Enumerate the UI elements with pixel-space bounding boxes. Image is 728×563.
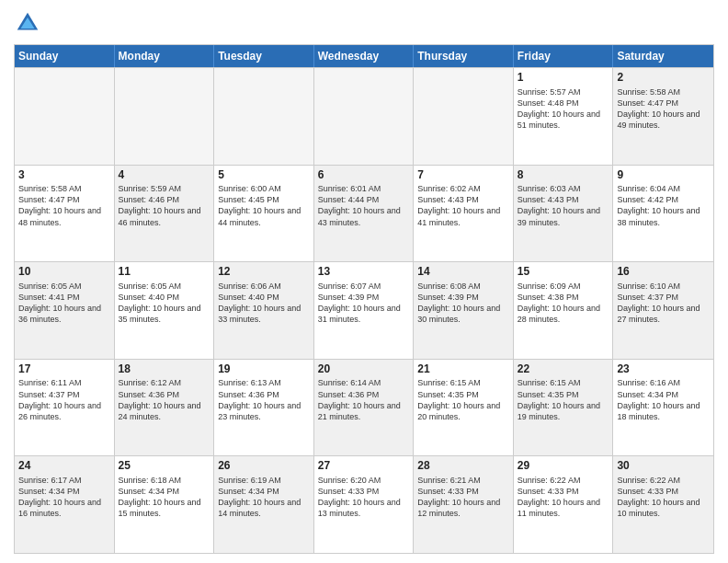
calendar-cell: [214, 68, 314, 165]
day-number: 25: [119, 459, 210, 474]
weekday-header: Friday: [514, 45, 614, 67]
day-number: 20: [318, 362, 410, 377]
day-info: Sunrise: 6:04 AM Sunset: 4:42 PM Dayligh…: [617, 183, 710, 228]
day-number: 21: [417, 362, 509, 377]
weekday-header: Sunday: [15, 45, 115, 67]
day-info: Sunrise: 6:21 AM Sunset: 4:33 PM Dayligh…: [417, 475, 509, 520]
day-info: Sunrise: 6:07 AM Sunset: 4:39 PM Dayligh…: [318, 281, 410, 326]
calendar-cell: 28Sunrise: 6:21 AM Sunset: 4:33 PM Dayli…: [414, 456, 514, 553]
day-info: Sunrise: 6:19 AM Sunset: 4:34 PM Dayligh…: [218, 475, 310, 520]
day-number: 10: [18, 265, 110, 280]
day-info: Sunrise: 6:12 AM Sunset: 4:36 PM Dayligh…: [119, 377, 210, 422]
calendar-cell: 16Sunrise: 6:10 AM Sunset: 4:37 PM Dayli…: [613, 262, 713, 359]
day-number: 27: [318, 459, 410, 474]
calendar-cell: 12Sunrise: 6:06 AM Sunset: 4:40 PM Dayli…: [214, 262, 314, 359]
day-info: Sunrise: 6:22 AM Sunset: 4:33 PM Dayligh…: [518, 475, 609, 520]
day-number: 14: [417, 265, 509, 280]
calendar-cell: [15, 68, 115, 165]
day-number: 1: [518, 71, 609, 86]
day-info: Sunrise: 6:10 AM Sunset: 4:37 PM Dayligh…: [617, 281, 710, 326]
day-number: 2: [617, 71, 710, 86]
calendar-cell: 5Sunrise: 6:00 AM Sunset: 4:45 PM Daylig…: [214, 166, 314, 262]
calendar-cell: 29Sunrise: 6:22 AM Sunset: 4:33 PM Dayli…: [514, 456, 614, 553]
day-info: Sunrise: 6:15 AM Sunset: 4:35 PM Dayligh…: [417, 377, 509, 422]
day-number: 7: [417, 168, 509, 183]
day-number: 5: [218, 168, 310, 183]
calendar-cell: 8Sunrise: 6:03 AM Sunset: 4:43 PM Daylig…: [514, 166, 614, 262]
calendar-cell: 11Sunrise: 6:05 AM Sunset: 4:40 PM Dayli…: [115, 262, 215, 359]
day-info: Sunrise: 6:05 AM Sunset: 4:41 PM Dayligh…: [18, 281, 110, 326]
day-number: 18: [119, 362, 210, 377]
calendar-cell: 14Sunrise: 6:08 AM Sunset: 4:39 PM Dayli…: [414, 262, 514, 359]
calendar-cell: 6Sunrise: 6:01 AM Sunset: 4:44 PM Daylig…: [314, 166, 415, 262]
day-number: 23: [617, 362, 710, 377]
day-number: 9: [617, 168, 710, 183]
day-number: 4: [119, 168, 210, 183]
calendar: SundayMondayTuesdayWednesdayThursdayFrid…: [14, 44, 714, 554]
calendar-cell: [314, 68, 415, 165]
day-info: Sunrise: 6:18 AM Sunset: 4:34 PM Dayligh…: [119, 475, 210, 520]
calendar-cell: 4Sunrise: 5:59 AM Sunset: 4:46 PM Daylig…: [115, 166, 215, 262]
calendar-cell: 26Sunrise: 6:19 AM Sunset: 4:34 PM Dayli…: [214, 456, 314, 553]
day-info: Sunrise: 6:09 AM Sunset: 4:38 PM Dayligh…: [518, 281, 609, 326]
day-number: 8: [518, 168, 609, 183]
calendar-cell: [414, 68, 514, 165]
day-info: Sunrise: 6:14 AM Sunset: 4:36 PM Dayligh…: [318, 377, 410, 422]
day-number: 17: [18, 362, 110, 377]
day-info: Sunrise: 5:59 AM Sunset: 4:46 PM Dayligh…: [119, 183, 210, 228]
calendar-body: 1Sunrise: 5:57 AM Sunset: 4:48 PM Daylig…: [15, 67, 713, 553]
day-info: Sunrise: 6:13 AM Sunset: 4:36 PM Dayligh…: [218, 377, 310, 422]
calendar-cell: 9Sunrise: 6:04 AM Sunset: 4:42 PM Daylig…: [613, 166, 713, 262]
day-number: 28: [417, 459, 509, 474]
weekday-header: Thursday: [414, 45, 514, 67]
calendar-cell: 1Sunrise: 5:57 AM Sunset: 4:48 PM Daylig…: [514, 68, 614, 165]
logo: [14, 9, 45, 37]
day-info: Sunrise: 6:11 AM Sunset: 4:37 PM Dayligh…: [18, 377, 110, 422]
day-info: Sunrise: 5:57 AM Sunset: 4:48 PM Dayligh…: [518, 86, 609, 132]
day-info: Sunrise: 6:06 AM Sunset: 4:40 PM Dayligh…: [218, 281, 310, 326]
day-number: 6: [318, 168, 410, 183]
day-info: Sunrise: 5:58 AM Sunset: 4:47 PM Dayligh…: [617, 86, 710, 132]
day-info: Sunrise: 6:03 AM Sunset: 4:43 PM Dayligh…: [518, 183, 609, 228]
calendar-cell: 20Sunrise: 6:14 AM Sunset: 4:36 PM Dayli…: [314, 360, 415, 456]
day-info: Sunrise: 6:01 AM Sunset: 4:44 PM Dayligh…: [318, 183, 410, 228]
day-number: 30: [617, 459, 710, 474]
day-number: 3: [18, 168, 110, 183]
day-info: Sunrise: 6:08 AM Sunset: 4:39 PM Dayligh…: [417, 281, 509, 326]
calendar-cell: 3Sunrise: 5:58 AM Sunset: 4:47 PM Daylig…: [15, 166, 115, 262]
calendar-row: 24Sunrise: 6:17 AM Sunset: 4:34 PM Dayli…: [15, 455, 713, 553]
calendar-cell: 13Sunrise: 6:07 AM Sunset: 4:39 PM Dayli…: [314, 262, 415, 359]
day-number: 15: [518, 265, 609, 280]
calendar-row: 17Sunrise: 6:11 AM Sunset: 4:37 PM Dayli…: [15, 359, 713, 456]
calendar-cell: 24Sunrise: 6:17 AM Sunset: 4:34 PM Dayli…: [15, 456, 115, 553]
day-info: Sunrise: 6:15 AM Sunset: 4:35 PM Dayligh…: [518, 377, 609, 422]
logo-icon: [14, 9, 41, 37]
calendar-cell: 18Sunrise: 6:12 AM Sunset: 4:36 PM Dayli…: [115, 360, 215, 456]
day-info: Sunrise: 6:00 AM Sunset: 4:45 PM Dayligh…: [218, 183, 310, 228]
day-number: 16: [617, 265, 710, 280]
calendar-cell: 23Sunrise: 6:16 AM Sunset: 4:34 PM Dayli…: [613, 360, 713, 456]
calendar-cell: 27Sunrise: 6:20 AM Sunset: 4:33 PM Dayli…: [314, 456, 415, 553]
calendar-cell: 30Sunrise: 6:22 AM Sunset: 4:33 PM Dayli…: [613, 456, 713, 553]
calendar-cell: 17Sunrise: 6:11 AM Sunset: 4:37 PM Dayli…: [15, 360, 115, 456]
calendar-row: 3Sunrise: 5:58 AM Sunset: 4:47 PM Daylig…: [15, 165, 713, 262]
calendar-cell: 7Sunrise: 6:02 AM Sunset: 4:43 PM Daylig…: [414, 166, 514, 262]
calendar-row: 10Sunrise: 6:05 AM Sunset: 4:41 PM Dayli…: [15, 261, 713, 359]
calendar-cell: 10Sunrise: 6:05 AM Sunset: 4:41 PM Dayli…: [15, 262, 115, 359]
calendar-cell: 22Sunrise: 6:15 AM Sunset: 4:35 PM Dayli…: [514, 360, 614, 456]
day-number: 13: [318, 265, 410, 280]
calendar-cell: 2Sunrise: 5:58 AM Sunset: 4:47 PM Daylig…: [613, 68, 713, 165]
day-info: Sunrise: 5:58 AM Sunset: 4:47 PM Dayligh…: [18, 183, 110, 228]
day-info: Sunrise: 6:20 AM Sunset: 4:33 PM Dayligh…: [318, 475, 410, 520]
weekday-header: Saturday: [613, 45, 713, 67]
day-info: Sunrise: 6:02 AM Sunset: 4:43 PM Dayligh…: [417, 183, 509, 228]
day-number: 24: [18, 459, 110, 474]
day-number: 26: [218, 459, 310, 474]
day-info: Sunrise: 6:17 AM Sunset: 4:34 PM Dayligh…: [18, 475, 110, 520]
weekday-header: Wednesday: [314, 45, 415, 67]
calendar-cell: 25Sunrise: 6:18 AM Sunset: 4:34 PM Dayli…: [115, 456, 215, 553]
day-number: 29: [518, 459, 609, 474]
calendar-cell: 19Sunrise: 6:13 AM Sunset: 4:36 PM Dayli…: [214, 360, 314, 456]
day-info: Sunrise: 6:22 AM Sunset: 4:33 PM Dayligh…: [617, 475, 710, 520]
day-number: 19: [218, 362, 310, 377]
